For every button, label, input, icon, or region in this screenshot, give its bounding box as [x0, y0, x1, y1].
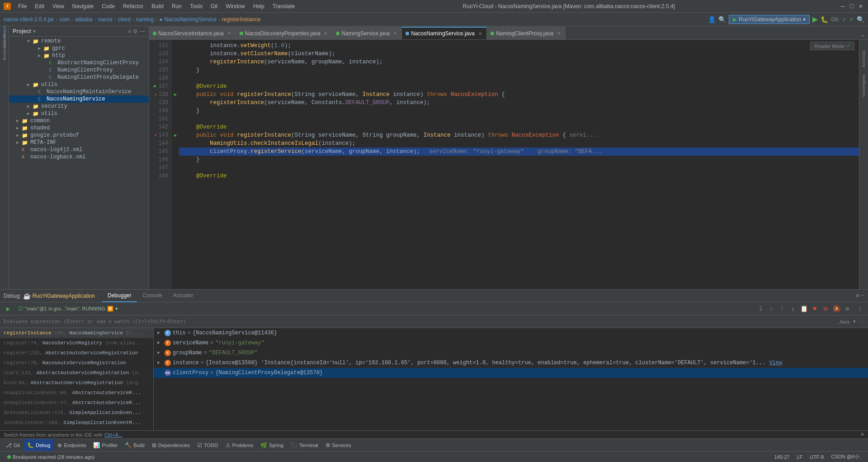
mute-breakpoints-button[interactable]: 🔕 [832, 304, 841, 313]
resume-button[interactable]: ▶ [4, 304, 13, 313]
breadcrumb-client[interactable]: client [118, 16, 131, 23]
code-content[interactable]: instance.setWeight(1.0); instance.setClu… [179, 40, 859, 289]
tab-nacosnamingservice[interactable]: NacosNamingService.java ✕ [402, 27, 487, 39]
breadcrumb-nacos[interactable]: nacos [98, 16, 113, 23]
expr-more-icon[interactable]: ⋮ [859, 319, 864, 324]
stop-all-button[interactable]: ⊠ [821, 304, 830, 313]
var-clientproxy[interactable]: oo clientProxy = {NamingClientProxyDeleg… [154, 368, 868, 378]
step-force-button[interactable]: ⇓ [788, 304, 797, 313]
debug-minimize-icon[interactable]: — [861, 292, 864, 299]
tool-debug[interactable]: 🐛 Debug [24, 439, 54, 452]
menu-build[interactable]: Build [148, 2, 167, 10]
tree-item-abstractnaming[interactable]: C AbstractNamingClientProxy [9, 59, 149, 67]
tree-item-http[interactable]: ▶ 📁 http [9, 52, 149, 59]
tab-close-1[interactable]: ✕ [324, 31, 327, 36]
tab-nacosdiscovery[interactable]: NacosDiscoveryProperties.java ✕ [236, 27, 333, 39]
breadcrumb-com[interactable]: com [59, 16, 70, 23]
tree-item-utils2[interactable]: ▶ 📁 utils [9, 110, 149, 117]
menu-tools[interactable]: Tools [186, 2, 206, 10]
debug-tab-console[interactable]: Console [137, 290, 168, 302]
debug-more-button[interactable]: ⋮ [855, 304, 864, 313]
position-status[interactable]: 145:27 [771, 452, 793, 462]
tree-item-shaded[interactable]: ▶ 📁 shaded [9, 124, 149, 132]
tree-item-nacosnamingservice[interactable]: C NacosNamingService [9, 95, 149, 103]
tree-item-namingdelegate[interactable]: C NamingClientProxyDelegate [9, 74, 149, 81]
tree-item-common[interactable]: ▶ 📁 common [9, 117, 149, 124]
notifications-icon[interactable]: Notifications [862, 73, 866, 99]
tool-dependencies[interactable]: ⊞ Dependencies [148, 439, 193, 452]
tree-hide-icon[interactable]: — [140, 28, 145, 34]
tree-item-remote[interactable]: ▼ 📁 remote [9, 38, 149, 45]
run-config[interactable]: ▶ RuoYiGatewayApplication ▾ [729, 15, 810, 24]
menu-view[interactable]: View [49, 2, 68, 10]
step-into-button[interactable]: ↓ [767, 304, 776, 313]
thread-filter-icon[interactable]: 🔽 [107, 306, 113, 312]
menu-refactor[interactable]: Refactor [119, 2, 147, 10]
tab-close-4[interactable]: ✕ [557, 31, 561, 36]
tab-namingservice[interactable]: NamingService.java ✕ [332, 27, 402, 39]
tree-item-log4j[interactable]: X nacos-log4j2.xml [9, 146, 149, 153]
frame-3[interactable]: register:78, NacosAutoServiceRegistratio… [0, 358, 153, 368]
maximize-button[interactable]: □ [848, 3, 855, 10]
var-servicename[interactable]: ▶ f serviceName = "ruoyi-gateway" [154, 338, 868, 348]
tree-item-namingclientproxy[interactable]: I NamingClientProxy [9, 67, 149, 74]
var-inst-view[interactable]: View [769, 359, 782, 367]
breadcrumb-alibaba[interactable]: alibaba [75, 16, 93, 23]
settings-icon[interactable]: 🔍 [718, 16, 726, 23]
tool-terminal[interactable]: ⬛ Terminal [287, 439, 322, 452]
breadcrumb-jar[interactable]: nacos-client-2.0.4.jar [4, 16, 54, 23]
tool-git[interactable]: ⎇ Git [2, 439, 24, 452]
debug-run-button[interactable]: 🐛 [821, 16, 828, 23]
breadcrumb-method[interactable]: registerInstance [222, 16, 260, 23]
tab-nacosserviceinstance[interactable]: NacosServiceInstance.java ✕ [149, 27, 236, 39]
menu-window[interactable]: Window [222, 2, 249, 10]
tab-overflow-button[interactable]: ⋯ [858, 33, 868, 39]
stop-button[interactable]: ■ [810, 304, 819, 313]
tree-item-logback[interactable]: X nacos-logback.xml [9, 153, 149, 161]
tree-item-security[interactable]: ▶ 📁 security [9, 103, 149, 110]
tab-close-3[interactable]: ✕ [478, 31, 482, 36]
tab-namingclientproxy[interactable]: NamingClientProxy.java ✕ [487, 27, 566, 39]
breadcrumb-class[interactable]: NacosNamingService [164, 16, 216, 23]
reader-mode-button[interactable]: Reader Mode ✓ [810, 42, 854, 50]
menu-git[interactable]: Git [207, 2, 221, 10]
var-instance[interactable]: ▶ f instance = {Instance@13560} 'Instanc… [154, 358, 868, 368]
tree-item-utils[interactable]: ▶ 📁 utils [9, 81, 149, 88]
frame-5[interactable]: bind:98, AbstractAutoServiceRegistration… [0, 378, 153, 388]
breadcrumb-naming[interactable]: naming [136, 16, 154, 23]
tree-item-metainf[interactable]: ▶ 📁 META-INF [9, 139, 149, 146]
frame-2[interactable]: register:232, AbstractAutoServiceRegistr… [0, 348, 153, 358]
frame-6[interactable]: onApplicationEvent:86, AbstractAutoServi… [0, 388, 153, 398]
bookmark-icon[interactable]: Bookmarks [0, 46, 9, 54]
run-button[interactable]: ▶ [812, 15, 818, 24]
tree-item-gprc[interactable]: ▶ 📁 gprc [9, 45, 149, 52]
frame-7[interactable]: onApplicationEvent:47, AbstractAutoServi… [0, 398, 153, 408]
tree-item-protobuf[interactable]: ▶ 📁 google.protobuf [9, 132, 149, 139]
tree-dropdown-icon[interactable]: ▾ [33, 28, 36, 34]
var-this[interactable]: ▶ f this = {NacosNamingService@11436} [154, 328, 868, 338]
menu-run[interactable]: Run [168, 2, 185, 10]
tool-endpoints[interactable]: ⊕ Endpoints [54, 439, 90, 452]
tool-spring[interactable]: 🌿 Spring [257, 439, 287, 452]
tool-profiler[interactable]: 📊 Profiler [90, 439, 121, 452]
menu-file[interactable]: File [14, 2, 30, 10]
menu-help[interactable]: Help [250, 2, 268, 10]
search-icon[interactable]: 👤 [708, 16, 716, 23]
tool-problems[interactable]: ⚠ Problems [222, 439, 257, 452]
debug-tab-actuator[interactable]: Actuator [168, 290, 199, 302]
frame-4[interactable]: start:133, AbstractAutoServiceRegistrati… [0, 368, 153, 378]
tree-settings-icon[interactable]: ⚙ [133, 28, 138, 34]
tree-item-nacosnamingmaintain[interactable]: C NacosNamingMaintainService [9, 88, 149, 95]
code-editor[interactable]: Reader Mode ✓ 132 133 134 135 136 ▶ 137 … [149, 40, 868, 289]
menu-translate[interactable]: Translate [269, 2, 299, 10]
step-over-button[interactable]: ⤵ [756, 304, 765, 313]
thread-dropdown-icon[interactable]: ▾ [115, 306, 118, 312]
line-ending-status[interactable]: LF [793, 452, 806, 462]
show-execution-point-button[interactable]: ⊙ [843, 304, 852, 313]
switch-close-icon[interactable]: ✕ [860, 432, 864, 438]
menu-navigate[interactable]: Navigate [69, 2, 97, 10]
tab-close-0[interactable]: ✕ [227, 31, 231, 36]
structure-icon[interactable]: Structure [862, 49, 866, 69]
menu-code[interactable]: Code [98, 2, 118, 10]
tool-build[interactable]: 🔨 Build [121, 439, 148, 452]
